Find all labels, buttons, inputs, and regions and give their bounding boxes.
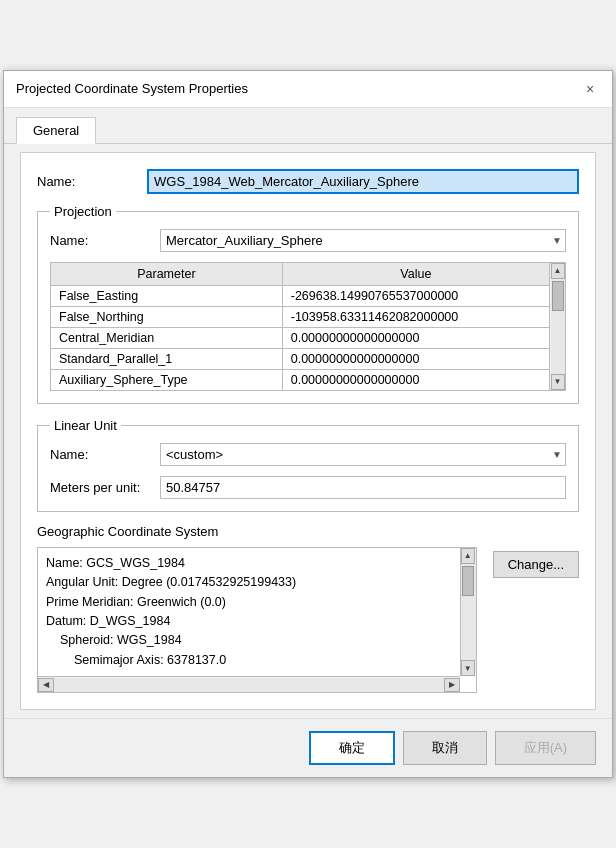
geo-line: Prime Meridian: Greenwich (0.0) — [46, 593, 452, 612]
main-body: Name: Projection Name: Mercator_Auxiliar… — [4, 144, 612, 718]
scrollbar-up-arrow[interactable]: ▲ — [551, 263, 565, 279]
geo-line: Datum: D_WGS_1984 — [46, 612, 452, 631]
col-parameter: Parameter — [51, 262, 283, 285]
param-table: Parameter Value False_Easting-269638.149… — [50, 262, 550, 391]
projection-dropdown[interactable]: Mercator_Auxiliary_Sphere — [160, 229, 566, 252]
table-row: Central_Meridian — [51, 327, 283, 348]
geo-line: Spheroid: WGS_1984 — [46, 631, 452, 650]
geo-lines: Name: GCS_WGS_1984Angular Unit: Degree (… — [38, 548, 460, 676]
scrollbar-thumb[interactable] — [552, 281, 564, 311]
param-table-wrapper: Parameter Value False_Easting-269638.149… — [50, 262, 566, 391]
geo-h-track — [54, 678, 444, 692]
geo-line: Name: GCS_WGS_1984 — [46, 554, 452, 573]
change-button[interactable]: Change... — [493, 551, 579, 578]
table-row: Standard_Parallel_1 — [51, 348, 283, 369]
projection-name-row: Name: Mercator_Auxiliary_Sphere ▼ — [50, 229, 566, 252]
geo-section-label: Geographic Coordinate System — [37, 524, 579, 539]
tab-general[interactable]: General — [16, 117, 96, 144]
name-label: Name: — [37, 174, 147, 189]
name-row: Name: — [37, 169, 579, 194]
geo-v-scrollbar: ▲ ▼ — [460, 548, 476, 676]
linear-unit-name-row: Name: <custom> ▼ — [50, 443, 566, 466]
title-bar: Projected Coordinate System Properties × — [4, 71, 612, 108]
geo-wrapper: Name: GCS_WGS_1984Angular Unit: Degree (… — [37, 547, 579, 693]
table-row: False_Easting — [51, 285, 283, 306]
meters-row: Meters per unit: — [50, 476, 566, 499]
linear-unit-legend: Linear Unit — [50, 418, 121, 433]
dialog-title: Projected Coordinate System Properties — [16, 81, 248, 96]
table-row: False_Northing — [51, 306, 283, 327]
geo-scroll-thumb[interactable] — [462, 566, 474, 596]
linear-unit-name-label: Name: — [50, 447, 160, 462]
projection-dropdown-wrapper: Mercator_Auxiliary_Sphere ▼ — [160, 229, 566, 252]
dialog: Projected Coordinate System Properties ×… — [3, 70, 613, 778]
projection-legend: Projection — [50, 204, 116, 219]
table-row: Auxiliary_Sphere_Type — [51, 369, 283, 390]
linear-unit-dropdown[interactable]: <custom> — [160, 443, 566, 466]
name-input[interactable] — [147, 169, 579, 194]
ok-button[interactable]: 确定 — [309, 731, 395, 765]
linear-unit-section: Linear Unit Name: <custom> ▼ Meters per … — [37, 418, 579, 512]
geo-scroll-up[interactable]: ▲ — [461, 548, 475, 564]
geo-box: Name: GCS_WGS_1984Angular Unit: Degree (… — [37, 547, 477, 693]
apply-button[interactable]: 应用(A) — [495, 731, 596, 765]
cancel-button[interactable]: 取消 — [403, 731, 487, 765]
col-value: Value — [282, 262, 549, 285]
projection-name-label: Name: — [50, 233, 160, 248]
geo-line: Semimajor Axis: 6378137.0 — [46, 651, 452, 670]
meters-input[interactable] — [160, 476, 566, 499]
geo-h-scrollbar: ◀ ▶ — [38, 676, 460, 692]
content-panel: Name: Projection Name: Mercator_Auxiliar… — [20, 152, 596, 710]
geo-scroll-right[interactable]: ▶ — [444, 678, 460, 692]
footer: 确定 取消 应用(A) — [4, 718, 612, 777]
geo-scroll-track — [461, 564, 476, 660]
linear-unit-dropdown-wrapper: <custom> ▼ — [160, 443, 566, 466]
scrollbar-down-arrow[interactable]: ▼ — [551, 374, 565, 390]
tab-bar: General — [4, 108, 612, 144]
geo-line: Angular Unit: Degree (0.0174532925199433… — [46, 573, 452, 592]
close-button[interactable]: × — [580, 79, 600, 99]
table-scrollbar: ▲ ▼ — [550, 262, 566, 391]
meters-label: Meters per unit: — [50, 480, 160, 495]
scrollbar-track — [551, 279, 565, 374]
projection-section: Projection Name: Mercator_Auxiliary_Sphe… — [37, 204, 579, 404]
geo-scroll-left[interactable]: ◀ — [38, 678, 54, 692]
geo-scroll-down[interactable]: ▼ — [461, 660, 475, 676]
